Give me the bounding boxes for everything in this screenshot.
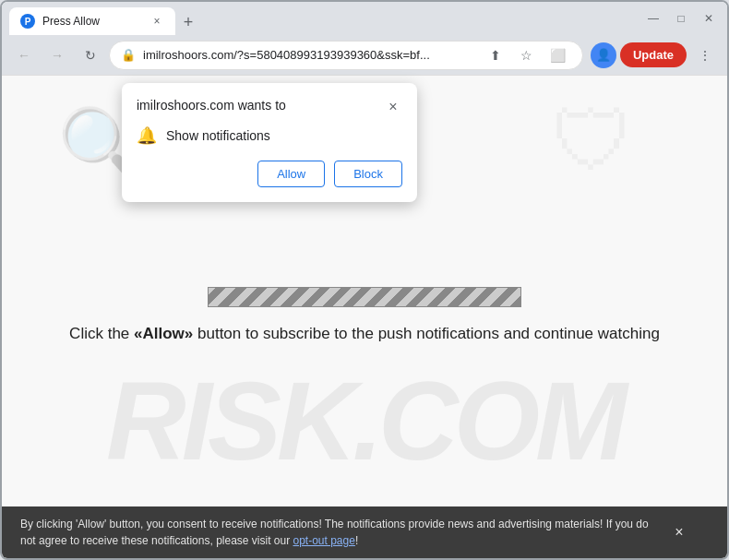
toolbar-right: 👤 Update ⋮ [591,41,720,70]
dialog-title: imilroshoors.com wants to [137,98,286,113]
forward-button[interactable]: → [42,41,72,70]
bg-shield-decoration: 🛡 [552,94,635,189]
dialog-body: 🔔 Show notifications [137,125,402,146]
address-bar: ← → ↻ 🔒 imilroshoors.com/?s=580408993193… [2,35,727,76]
block-button[interactable]: Block [334,161,402,187]
more-menu-button[interactable]: ⋮ [690,41,720,70]
allow-button[interactable]: Allow [257,161,325,187]
close-window-button[interactable]: ✕ [698,7,720,30]
tab-favicon: P [20,14,35,29]
notification-label: Show notifications [166,128,270,143]
update-button[interactable]: Update [620,42,687,67]
banner-close-button[interactable]: × [668,521,690,543]
back-button[interactable]: ← [9,41,39,70]
reload-button[interactable]: ↻ [76,41,105,70]
browser-window: P Press Allow × + — □ ✕ ← → ↻ 🔒 imilrosh… [0,0,729,560]
banner-text: By clicking 'Allow' button, you consent … [20,516,659,549]
extensions-button[interactable]: ⬜ [545,42,571,68]
new-tab-button[interactable]: + [175,9,201,35]
tab-close-button[interactable]: × [149,14,164,29]
lock-icon: 🔒 [121,48,136,62]
window-controls: — □ ✕ [642,7,720,30]
notification-permission-dialog: imilroshoors.com wants to × 🔔 Show notif… [122,83,417,202]
minimize-button[interactable]: — [642,7,664,30]
profile-button[interactable]: 👤 [591,42,616,68]
opt-out-link[interactable]: opt-out page [293,534,355,547]
main-instruction-text: Click the «Allow» button to subscribe to… [2,325,727,343]
dialog-header: imilroshoors.com wants to × [137,98,402,116]
address-action-icons: ⬆ ☆ ⬜ [483,42,571,68]
dialog-actions: Allow Block [137,161,402,187]
bell-icon: 🔔 [137,125,157,146]
title-bar: P Press Allow × + — □ ✕ [2,2,727,35]
dialog-close-button[interactable]: × [384,98,402,116]
active-tab[interactable]: P Press Allow × [9,7,175,35]
url-text: imilroshoors.com/?s=580408993193939360&s… [143,48,475,62]
share-button[interactable]: ⬆ [483,42,508,68]
tab-bar: P Press Allow × + [9,2,635,35]
bottom-consent-banner: By clicking 'Allow' button, you consent … [2,506,727,558]
tab-title: Press Allow [42,15,142,28]
maximize-button[interactable]: □ [670,7,692,30]
loading-progress-bar [208,287,521,307]
page-content: 🔍 🛡 RISK.COM Click the «Allow» button to… [2,76,727,558]
bookmark-button[interactable]: ☆ [514,42,540,68]
progress-bar-area [208,287,521,307]
address-input[interactable]: 🔒 imilroshoors.com/?s=580408993193939360… [109,41,583,70]
bg-watermark: RISK.COM [106,357,623,484]
